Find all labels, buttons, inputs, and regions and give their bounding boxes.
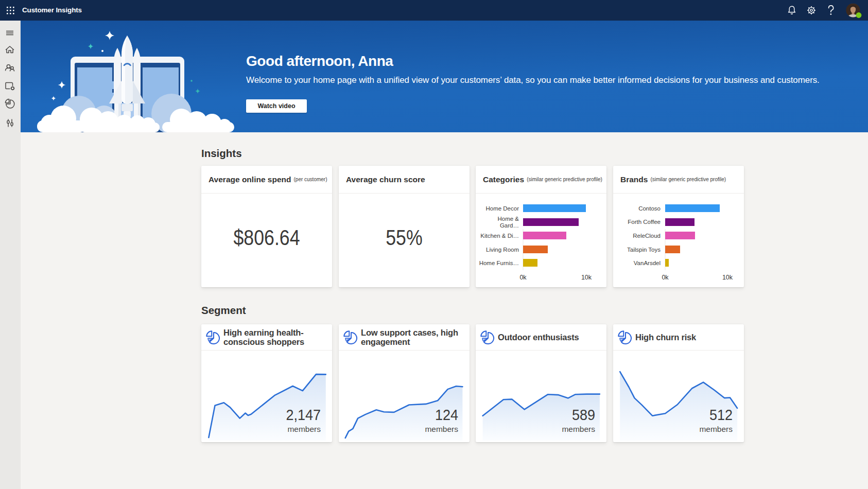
svg-text:Kitchen & Di…: Kitchen & Di…: [480, 233, 519, 239]
svg-text:Home Furnis…: Home Furnis…: [479, 260, 519, 266]
svg-text:0k: 0k: [519, 274, 527, 281]
svg-text:VanArsdel: VanArsdel: [634, 260, 661, 266]
svg-text:Contoso: Contoso: [638, 205, 661, 212]
svg-text:Home Decor: Home Decor: [485, 205, 519, 212]
svg-text:Living Room: Living Room: [486, 247, 519, 253]
svg-text:Forth Coffee: Forth Coffee: [628, 219, 661, 225]
svg-text:Tailspin Toys: Tailspin Toys: [627, 247, 661, 253]
svg-text:10k: 10k: [722, 274, 733, 281]
svg-text:ReleCloud: ReleCloud: [633, 233, 661, 239]
svg-text:10k: 10k: [581, 274, 592, 281]
svg-text:Home &: Home &: [497, 216, 519, 222]
svg-text:0k: 0k: [662, 274, 669, 281]
svg-text:Gard…: Gard…: [500, 222, 519, 229]
